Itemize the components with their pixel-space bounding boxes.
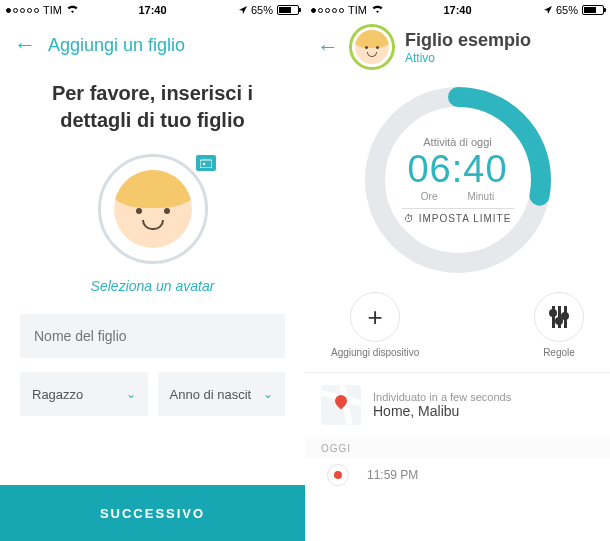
heading: Per favore, inserisci i dettagli di tuo … [30,80,275,134]
location-name: Home, Malibu [373,403,511,419]
location-row[interactable]: Individuato in a few seconds Home, Malib… [305,373,610,437]
timeline-item[interactable]: 11:59 PM [305,458,610,492]
add-device-button[interactable]: + [350,292,400,342]
hours-unit: Ore [421,191,438,202]
activity-label: Attività di oggi [423,136,491,148]
svg-rect-0 [200,160,212,168]
birthyear-select[interactable]: Anno di nascit ⌄ [158,372,286,416]
rules-label: Regole [543,347,575,358]
child-status: Attivo [405,51,531,65]
location-icon [544,4,552,16]
birth-value: Anno di nascit [170,387,252,402]
screen-add-child: TIM 17:40 65% ← Aggiungi un figlio Per f… [0,0,305,541]
page-title: Aggiungi un figlio [48,35,185,56]
signal-dots-icon [6,8,39,13]
battery-pct: 65% [251,4,273,16]
chevron-down-icon: ⌄ [263,387,273,401]
timeline-time: 11:59 PM [367,468,418,482]
minutes-unit: Minuti [467,191,494,202]
status-bar: TIM 17:40 65% [305,0,610,20]
avatar-face-icon [355,30,389,64]
next-button[interactable]: SUCCESSIVO [0,485,305,541]
back-icon[interactable]: ← [14,32,36,58]
battery-pct: 65% [556,4,578,16]
activity-time: 06:40 [407,148,507,191]
avatar-caption[interactable]: Seleziona un avatar [0,278,305,294]
battery-icon [582,5,604,15]
signal-dots-icon [311,8,344,13]
battery-icon [277,5,299,15]
svg-point-4 [334,471,342,479]
today-header: OGGI [305,437,610,458]
clock: 17:40 [443,4,471,16]
rules-button[interactable] [534,292,584,342]
gender-select[interactable]: Ragazzo ⌄ [20,372,148,416]
avatar-picker[interactable] [98,154,208,264]
carrier: TIM [348,4,367,16]
avatar-face-icon [114,170,192,248]
map-thumbnail-icon [321,385,361,425]
carrier: TIM [43,4,62,16]
gender-value: Ragazzo [32,387,83,402]
svg-point-1 [203,163,206,166]
location-icon [239,4,247,16]
add-device-label: Aggiungi dispositivo [331,347,419,358]
child-name: Figlio esempio [405,30,531,51]
timeline-dot-icon [327,464,349,486]
plus-icon: + [368,302,383,333]
activity-gauge[interactable]: Attività di oggi 06:40 Ore Minuti ⏱IMPOS… [358,80,558,280]
wifi-icon [371,4,384,16]
back-icon[interactable]: ← [317,34,339,60]
chevron-down-icon: ⌄ [126,387,136,401]
gauge-center: Attività di oggi 06:40 Ore Minuti ⏱IMPOS… [358,80,558,280]
status-bar: TIM 17:40 65% [0,0,305,20]
screen-child-dashboard: TIM 17:40 65% ← Figlio [305,0,610,541]
photo-badge-icon[interactable] [195,154,217,172]
nav-bar: ← Figlio esempio Attivo [305,20,610,74]
map-pin-icon [333,393,350,410]
wifi-icon [66,4,79,16]
child-avatar[interactable] [349,24,395,70]
stopwatch-icon: ⏱ [404,213,415,224]
sliders-icon [552,306,567,328]
located-text: Individuato in a few seconds [373,391,511,403]
set-limit-button[interactable]: ⏱IMPOSTA LIMITE [404,213,512,224]
nav-bar: ← Aggiungi un figlio [0,20,305,70]
clock: 17:40 [138,4,166,16]
child-name-field[interactable] [20,314,285,358]
